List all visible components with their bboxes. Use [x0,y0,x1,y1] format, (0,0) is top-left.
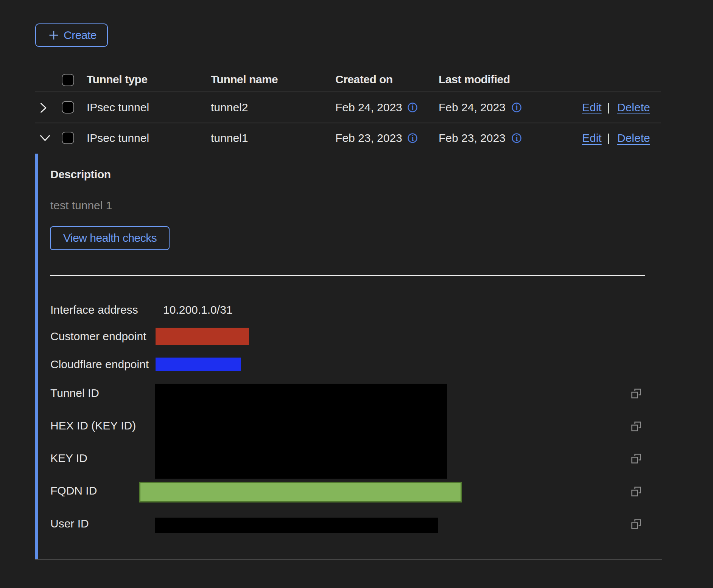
svg-text:i: i [516,103,518,112]
svg-text:i: i [412,134,414,142]
svg-text:i: i [412,103,414,112]
svg-text:i: i [516,134,518,142]
